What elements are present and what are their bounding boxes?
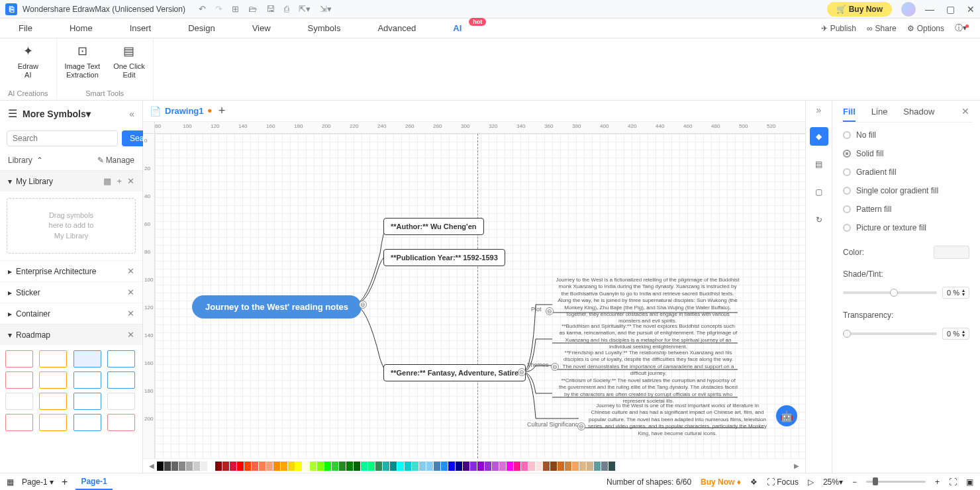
plus-icon[interactable]: +: [117, 176, 122, 186]
color-swatch[interactable]: [528, 462, 535, 471]
color-swatch[interactable]: [558, 462, 564, 471]
maximize-icon[interactable]: ▢: [946, 4, 955, 15]
color-swatch[interactable]: [288, 462, 295, 471]
fit-page-icon[interactable]: ⛶: [949, 477, 957, 487]
color-swatch[interactable]: [215, 462, 222, 471]
color-swatch[interactable]: [346, 462, 353, 471]
section-my-library[interactable]: ▾ My Library ▦+✕: [0, 171, 142, 191]
color-swatch[interactable]: [543, 462, 550, 471]
color-picker[interactable]: [934, 246, 969, 259]
roadmap-shape[interactable]: [5, 350, 33, 368]
radio-pattern-fill[interactable]: Pattern fill: [843, 205, 969, 214]
color-swatch[interactable]: [594, 462, 601, 471]
color-swatch[interactable]: [244, 462, 251, 471]
history-panel-icon[interactable]: ↻: [810, 211, 828, 229]
radio-single-gradient[interactable]: Single color gradient fill: [843, 186, 969, 195]
roadmap-shape[interactable]: [39, 371, 67, 389]
color-swatch[interactable]: [179, 462, 185, 471]
color-swatch[interactable]: [536, 462, 542, 471]
add-page-button[interactable]: +: [62, 476, 68, 488]
transparency-value[interactable]: 0 %▴▾: [942, 328, 969, 340]
search-input[interactable]: [7, 130, 118, 146]
color-swatch[interactable]: [390, 462, 397, 471]
color-swatch[interactable]: [507, 462, 513, 471]
color-swatch[interactable]: [317, 462, 324, 471]
focus-button[interactable]: ⛶ Focus: [767, 477, 799, 487]
collapse-up-icon[interactable]: ⌃: [36, 156, 43, 165]
hamburger-icon[interactable]: ☰: [8, 107, 17, 120]
expand-node-icon[interactable]: ⊖: [577, 422, 585, 430]
color-swatch[interactable]: [193, 462, 200, 471]
expand-node-icon[interactable]: ⊖: [546, 307, 554, 315]
node-author[interactable]: **Author:** Wu Cheng'en: [383, 218, 484, 235]
color-swatch[interactable]: [499, 462, 506, 471]
drop-zone[interactable]: Drag symbols here to add to My Library: [7, 198, 136, 254]
fullscreen-icon[interactable]: ▣: [966, 477, 973, 487]
radio-solid-fill[interactable]: Solid fill: [843, 149, 969, 158]
zoom-level[interactable]: 25%▾: [823, 477, 843, 487]
shade-slider[interactable]: [843, 291, 937, 294]
chatbot-button[interactable]: 🤖: [776, 405, 797, 426]
page-dropdown[interactable]: Page-1 ▾: [22, 477, 54, 487]
text-panel-icon[interactable]: ▤: [810, 155, 828, 173]
color-swatch[interactable]: [361, 462, 368, 471]
color-swatch[interactable]: [565, 462, 571, 471]
tab-shadow[interactable]: Shadow: [903, 107, 934, 117]
radio-gradient-fill[interactable]: Gradient fill: [843, 168, 969, 177]
grid-icon[interactable]: ▦: [103, 176, 111, 186]
color-swatch[interactable]: [375, 462, 382, 471]
expand-panel-icon[interactable]: »: [816, 105, 822, 115]
color-swatch[interactable]: [252, 462, 258, 471]
open-icon[interactable]: 🗁: [248, 4, 257, 14]
roadmap-shape[interactable]: [5, 371, 33, 389]
color-swatch[interactable]: [303, 462, 309, 471]
color-swatch[interactable]: [310, 462, 317, 471]
section-sticker[interactable]: ▸Sticker✕: [0, 282, 142, 303]
page-tab[interactable]: Page-1: [75, 474, 112, 490]
scroll-right-icon[interactable]: ▶: [792, 462, 801, 469]
roadmap-shape[interactable]: [74, 350, 101, 368]
redo-icon[interactable]: ↷: [215, 4, 222, 14]
export-icon[interactable]: ⇱▾: [299, 4, 311, 14]
menu-file[interactable]: File: [13, 19, 38, 37]
layers-icon[interactable]: ❖: [750, 477, 758, 487]
buy-now-status[interactable]: Buy Now ♦: [701, 477, 741, 487]
roadmap-shape[interactable]: [74, 414, 101, 431]
collapse-sidebar-icon[interactable]: «: [129, 109, 134, 119]
roadmap-shape[interactable]: [107, 350, 135, 368]
close-section-icon[interactable]: ✕: [127, 266, 134, 276]
undo-icon[interactable]: ↶: [199, 4, 206, 14]
node-pub-year[interactable]: **Publication Year:** 1592-1593: [383, 249, 505, 266]
color-swatch[interactable]: [339, 462, 346, 471]
color-swatch[interactable]: [397, 462, 404, 471]
menu-advanced[interactable]: Advanced: [372, 19, 421, 37]
roadmap-shape[interactable]: [39, 350, 67, 368]
color-swatch[interactable]: [368, 462, 375, 471]
close-section-icon[interactable]: ✕: [127, 176, 134, 186]
sidebar-title[interactable]: More Symbols▾: [23, 109, 91, 119]
color-swatch[interactable]: [295, 462, 302, 471]
close-section-icon[interactable]: ✕: [127, 287, 134, 297]
color-swatch[interactable]: [521, 462, 528, 471]
page-list-icon[interactable]: ▦: [7, 477, 14, 487]
share-button[interactable]: ∞Share: [867, 24, 897, 33]
tab-fill[interactable]: Fill: [843, 107, 856, 122]
radio-no-fill[interactable]: No fill: [843, 130, 969, 140]
menu-view[interactable]: View: [247, 19, 276, 37]
color-swatch[interactable]: [609, 462, 615, 471]
color-swatch[interactable]: [448, 462, 455, 471]
color-swatch[interactable]: [441, 462, 448, 471]
section-enterprise[interactable]: ▸Enterprise Architecture✕: [0, 261, 142, 281]
roadmap-shape[interactable]: [74, 393, 101, 410]
options-button[interactable]: ⚙Options: [907, 24, 944, 33]
color-swatch[interactable]: [266, 462, 273, 471]
roadmap-shape[interactable]: [74, 371, 101, 389]
section-roadmap[interactable]: ▾Roadmap✕: [0, 324, 142, 345]
close-panel-icon[interactable]: ✕: [961, 106, 969, 117]
expand-node-icon[interactable]: ⊖: [359, 301, 367, 309]
menu-design[interactable]: Design: [183, 19, 220, 37]
library-label[interactable]: Library: [8, 156, 32, 165]
color-swatch[interactable]: [273, 462, 280, 471]
color-swatch[interactable]: [456, 462, 462, 471]
color-swatch[interactable]: [281, 462, 287, 471]
